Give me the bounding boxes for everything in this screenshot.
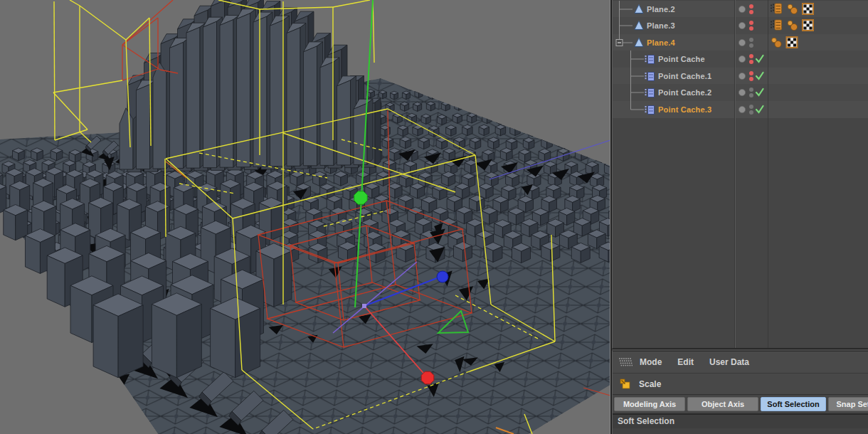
visibility-dots[interactable] xyxy=(735,34,768,51)
enable-dot-icon xyxy=(739,106,745,112)
column-divider[interactable] xyxy=(768,0,768,349)
render-visibility-dot-icon xyxy=(749,93,753,97)
tag-icons[interactable] xyxy=(769,34,868,51)
visibility-dots[interactable] xyxy=(735,84,768,101)
object-row-plane-4[interactable]: Plane.4 xyxy=(613,34,868,51)
section-header[interactable]: Soft Selection xyxy=(613,413,868,428)
tree-branch-icon xyxy=(613,68,658,85)
z-axis-scale-handle[interactable] xyxy=(421,371,434,384)
object-row-point-cache-1[interactable]: Point Cache.1 xyxy=(613,68,868,85)
editor-visibility-dot-icon xyxy=(749,105,753,109)
visibility-dots[interactable] xyxy=(735,17,768,34)
enabled-check-icon xyxy=(756,73,763,79)
visibility-dots[interactable] xyxy=(735,1,768,18)
viewport-3d[interactable] xyxy=(0,0,611,434)
tab-soft-selection[interactable]: Soft Selection xyxy=(761,397,826,411)
menu-mode[interactable]: Mode xyxy=(640,357,662,367)
enable-dot-icon xyxy=(739,39,745,46)
object-label: Point Cache.1 xyxy=(658,68,711,85)
object-row-point-cache-3[interactable]: Point Cache.3 xyxy=(613,101,868,118)
tag-icons[interactable] xyxy=(769,17,868,34)
right-panel-column: Plane.2Plane.3Plane.4Point CachePoint Ca… xyxy=(612,0,868,434)
column-divider-highlight xyxy=(735,0,736,349)
enable-dot-icon xyxy=(739,23,745,29)
object-label: Point Cache.3 xyxy=(658,101,711,118)
tab-snap-set[interactable]: Snap Set xyxy=(828,397,868,411)
tool-title-row: Scale xyxy=(613,374,868,395)
menu-user-data[interactable]: User Data xyxy=(709,357,749,367)
tool-name: Scale xyxy=(639,379,661,389)
editor-visibility-dot-icon xyxy=(749,38,753,42)
point-cache-icon xyxy=(648,89,655,97)
editor-visibility-dot-icon xyxy=(749,54,753,58)
gizmo-origin xyxy=(362,304,366,308)
object-manager: Plane.2Plane.3Plane.4Point CachePoint Ca… xyxy=(612,0,868,349)
point-cache-icon xyxy=(648,55,655,64)
checkerboard-tag-icon xyxy=(803,4,813,14)
plane-object-icon xyxy=(635,21,643,30)
point-cache-tag-icon xyxy=(771,4,782,14)
point-cache-icon xyxy=(648,105,655,114)
object-label: Plane.2 xyxy=(647,1,675,18)
editor-visibility-dot-icon xyxy=(749,21,753,25)
visibility-dots[interactable] xyxy=(735,68,768,85)
enable-dot-icon xyxy=(739,90,745,96)
dots-tag-icon xyxy=(788,21,798,31)
section-header-label: Soft Selection xyxy=(618,416,674,426)
menu-edit[interactable]: Edit xyxy=(677,357,694,367)
plane-object-icon xyxy=(635,38,643,46)
render-visibility-dot-icon xyxy=(749,26,753,31)
attribute-tabs: Modeling AxisObject AxisSoft SelectionSn… xyxy=(613,395,868,413)
visibility-dots[interactable] xyxy=(735,101,768,118)
tab-object-axis[interactable]: Object Axis xyxy=(687,397,758,411)
plane-object-icon xyxy=(635,5,643,14)
attribute-menu-bar: Mode Edit User Data xyxy=(613,351,868,374)
cinema4d-window: Plane.2Plane.3Plane.4Point CachePoint Ca… xyxy=(0,0,868,434)
tree-branch-icon xyxy=(613,51,658,68)
object-row-point-cache-2[interactable]: Point Cache.2 xyxy=(613,84,868,101)
enable-dot-icon xyxy=(739,73,745,79)
render-visibility-dot-icon xyxy=(749,60,753,64)
tree-branch-icon xyxy=(613,84,658,101)
object-label: Plane.3 xyxy=(647,17,675,34)
dots-tag-icon xyxy=(788,4,798,14)
render-visibility-dot-icon xyxy=(749,10,753,14)
enable-dot-icon xyxy=(739,6,745,12)
enable-dot-icon xyxy=(739,56,745,63)
enabled-check-icon xyxy=(756,89,763,95)
point-cache-icon xyxy=(648,72,655,80)
scale-tool-icon xyxy=(620,379,631,390)
tree-branch-icon xyxy=(613,101,658,118)
editor-visibility-dot-icon xyxy=(749,4,753,9)
object-row-plane-3[interactable]: Plane.3 xyxy=(613,17,868,34)
visibility-dots[interactable] xyxy=(735,51,768,68)
tag-icons[interactable] xyxy=(769,1,868,18)
attribute-manager: Mode Edit User Data Scale Modeling AxisO… xyxy=(612,351,868,434)
editor-visibility-dot-icon xyxy=(749,88,753,92)
render-visibility-dot-icon xyxy=(749,43,753,48)
render-visibility-dot-icon xyxy=(749,77,753,81)
tab-modeling-axis[interactable]: Modeling Axis xyxy=(614,397,685,411)
object-label: Plane.4 xyxy=(647,34,675,51)
object-row-plane-2[interactable]: Plane.2 xyxy=(613,1,868,18)
editor-visibility-dot-icon xyxy=(749,71,753,75)
render-visibility-dot-icon xyxy=(749,110,753,115)
checkerboard-tag-icon xyxy=(803,20,813,31)
point-cache-tag-icon xyxy=(771,20,782,30)
attribute-body xyxy=(613,428,868,434)
object-row-point-cache[interactable]: Point Cache xyxy=(613,51,868,68)
y-axis-scale-handle[interactable] xyxy=(354,191,367,204)
x-axis-scale-handle[interactable] xyxy=(437,271,448,282)
enabled-check-icon xyxy=(756,55,763,62)
checkerboard-tag-icon xyxy=(787,37,798,48)
panel-drag-handle-icon[interactable] xyxy=(618,357,633,367)
object-label: Point Cache xyxy=(658,51,705,68)
enabled-check-icon xyxy=(756,106,763,112)
dots-tag-icon xyxy=(772,38,782,48)
object-label: Point Cache.2 xyxy=(658,84,711,101)
